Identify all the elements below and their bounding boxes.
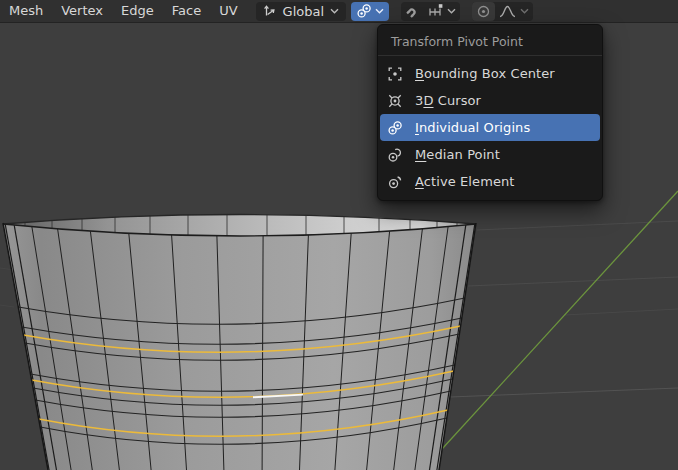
chevron-down-icon — [447, 8, 456, 14]
chevron-down-icon — [330, 8, 339, 14]
snap-increment-icon — [428, 3, 444, 19]
median-point-icon — [387, 147, 403, 163]
menu-item-label: Individual Origins — [415, 120, 530, 135]
menu-item-individual-origins[interactable]: Individual Origins — [380, 114, 600, 141]
chevron-down-icon — [375, 8, 384, 14]
proportional-group — [472, 2, 533, 21]
individual-origins-icon — [387, 120, 403, 136]
editor-header: Mesh Vertex Edge Face UV Global — [0, 0, 678, 23]
menu-edge[interactable]: Edge — [112, 0, 163, 22]
menu-item-label: 3D Cursor — [415, 93, 481, 108]
transform-orientation-icon — [263, 4, 277, 18]
transform-orientation-label: Global — [283, 4, 324, 19]
menu-separator — [378, 55, 602, 56]
transform-orientation-dropdown[interactable]: Global — [256, 2, 346, 21]
bucket-mesh[interactable] — [3, 215, 476, 470]
falloff-smooth-icon — [499, 4, 516, 19]
header-menubar: Mesh Vertex Edge Face UV — [0, 0, 247, 22]
menu-item-label: Active Element — [415, 174, 515, 189]
snap-magnet-icon — [402, 0, 423, 21]
falloff-dropdown[interactable] — [495, 2, 533, 21]
menu-uv[interactable]: UV — [210, 0, 246, 22]
3d-cursor-icon — [387, 93, 403, 109]
pivot-individual-origins-icon — [356, 3, 372, 19]
proportional-editing-icon — [476, 4, 491, 19]
bounding-box-center-icon — [387, 66, 403, 82]
viewport-3d[interactable]: Transform Pivot Point Bounding Box Cente… — [0, 23, 678, 470]
menu-item-median-point[interactable]: Median Point — [380, 141, 600, 168]
menu-item-label: Bounding Box Center — [415, 66, 555, 81]
menu-face[interactable]: Face — [163, 0, 210, 22]
menu-vertex[interactable]: Vertex — [52, 0, 112, 22]
menu-item-3d-cursor[interactable]: 3D Cursor — [380, 87, 600, 114]
menu-item-label: Median Point — [415, 147, 500, 162]
pivot-menu-title: Transform Pivot Point — [378, 28, 602, 54]
snap-group — [401, 2, 460, 21]
menu-item-active-element[interactable]: Active Element — [380, 168, 600, 195]
snap-settings-button[interactable] — [424, 2, 460, 21]
pivot-point-dropdown[interactable] — [351, 2, 389, 21]
chevron-down-icon — [520, 8, 529, 14]
active-element-icon — [387, 174, 403, 190]
pivot-menu: Transform Pivot Point Bounding Box Cente… — [377, 24, 603, 201]
proportional-editing-toggle[interactable] — [472, 2, 495, 21]
blender-window: Mesh Vertex Edge Face UV Global — [0, 0, 678, 470]
menu-item-bounding-box-center[interactable]: Bounding Box Center — [380, 60, 600, 87]
menu-mesh[interactable]: Mesh — [0, 0, 52, 22]
snap-toggle-button[interactable] — [401, 2, 424, 21]
